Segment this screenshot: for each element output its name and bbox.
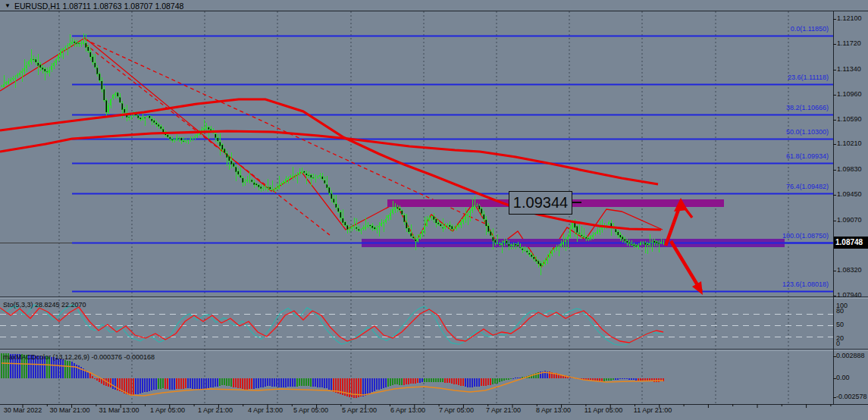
stochastic-main-line <box>0 305 663 345</box>
current-price-box: 1.08748 <box>834 237 868 249</box>
trendline-dashed[interactable] <box>85 39 485 224</box>
chart-ohlc-title: EURUSD,H1 1.08711 1.08763 1.08707 1.0874… <box>14 2 183 11</box>
macd-signal-line <box>2 363 663 396</box>
price-level-label[interactable]: 1.09344 <box>509 191 572 215</box>
symbol-collapse-icon[interactable]: ▼ <box>5 2 11 9</box>
stochastic-label: Sto(5,3,3) 28.8245 22.2070 <box>3 301 86 309</box>
mt4-chart-window: ▼ EURUSD,H1 1.08711 1.08763 1.08707 1.08… <box>0 0 868 420</box>
down-arrow[interactable] <box>671 241 701 291</box>
candle-series <box>1 33 664 275</box>
macd-label: maxMACDcolor (13,12,26,9) -0.000376 -0.0… <box>3 353 155 361</box>
